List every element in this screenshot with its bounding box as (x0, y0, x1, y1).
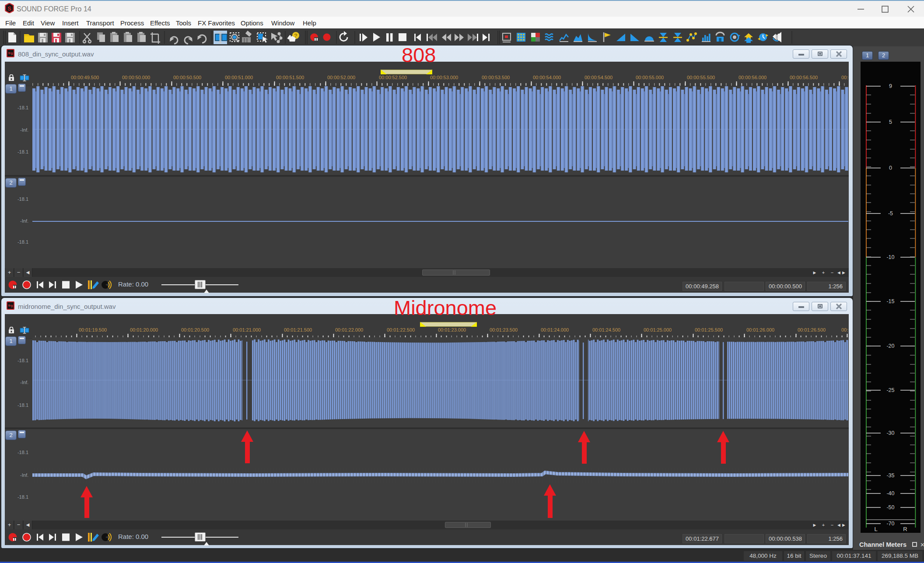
svg-text:-10: -10 (886, 254, 894, 260)
svg-text:-35: -35 (886, 472, 894, 479)
svg-text:0: 0 (889, 165, 892, 171)
svg-text:5: 5 (889, 119, 892, 125)
svg-text:L: L (874, 526, 877, 532)
svg-text:-70: -70 (886, 521, 894, 527)
svg-text:9: 9 (889, 83, 892, 89)
svg-text:-20: -20 (886, 343, 894, 349)
svg-text:-50: -50 (886, 504, 894, 511)
svg-text:-15: -15 (886, 298, 894, 304)
svg-text:-40: -40 (886, 490, 894, 497)
svg-text:-30: -30 (886, 430, 894, 436)
svg-text:R: R (903, 526, 907, 532)
svg-text:-25: -25 (886, 387, 894, 393)
svg-text:S: S (7, 5, 11, 12)
svg-text:-5: -5 (888, 210, 893, 217)
